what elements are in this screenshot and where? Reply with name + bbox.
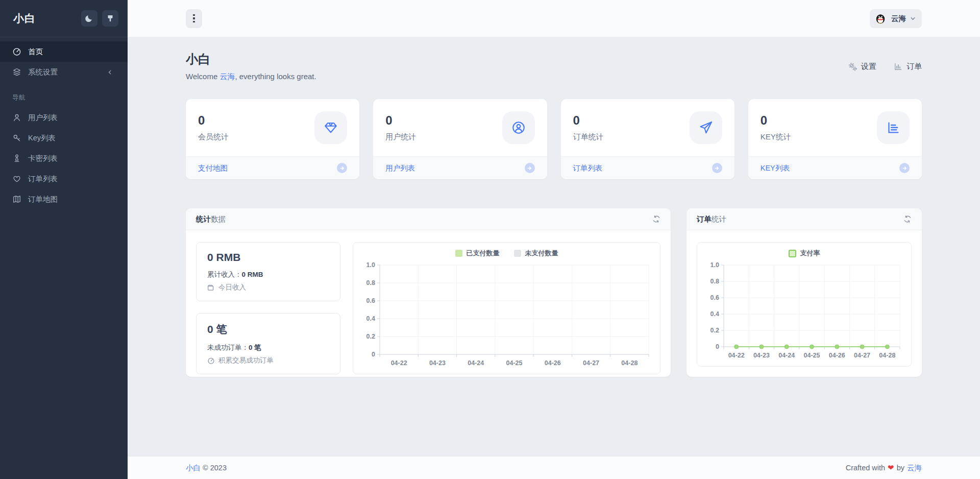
stat-card-footer: 用户列表 (373, 156, 547, 179)
sidebar: 小白 首页 系统设置 导航 用户列表 Key列表 (0, 0, 128, 479)
stat-card-footer: 支付地图 (186, 156, 359, 179)
sidebar-item-system-settings[interactable]: 系统设置 (0, 62, 128, 82)
stat-card-footer: 订单列表 (561, 156, 734, 179)
refresh-icon[interactable] (652, 215, 660, 223)
svg-text:0.2: 0.2 (366, 333, 375, 340)
svg-text:0.8: 0.8 (710, 278, 719, 285)
legend-label: 已支付数量 (467, 249, 500, 258)
settings-button[interactable]: 设置 (848, 62, 876, 71)
page-content: 小白 Welcome 云海, everything looks great. 设… (128, 37, 980, 456)
svg-text:04-22: 04-22 (728, 352, 745, 359)
legend-label: 支付率 (800, 249, 820, 258)
sidebar-item-label: 用户列表 (28, 113, 58, 123)
theme-brush-button[interactable] (102, 10, 118, 27)
user-menu-button[interactable]: 云海 (870, 9, 922, 28)
welcome-user-link[interactable]: 云海 (219, 72, 235, 81)
svg-text:04-27: 04-27 (854, 352, 870, 359)
orders-sub: 积累交易成功订单 (207, 356, 329, 365)
sidebar-item-user-list[interactable]: 用户列表 (0, 107, 128, 128)
chart-plot: 00.20.40.60.81.004-2204-2304-2404-2504-2… (710, 261, 900, 359)
hero-section: 小白 Welcome 云海, everything looks great. 设… (186, 51, 922, 82)
sidebar-item-label: 首页 (28, 47, 43, 57)
chart-plot: 00.20.40.60.81.004-2204-2304-2404-2504-2… (366, 261, 649, 367)
stat-icon-box (877, 111, 910, 144)
sidebar-header: 小白 (0, 0, 128, 37)
svg-text:0: 0 (716, 343, 719, 350)
orders-button[interactable]: 订单 (894, 62, 922, 71)
legend-item-pay-rate[interactable]: 支付率 (789, 249, 820, 258)
stat-card-link[interactable]: 用户列表 (385, 163, 415, 173)
gauge-small-icon (207, 357, 215, 365)
welcome-prefix: Welcome (186, 72, 219, 81)
footer-brand-link[interactable]: 小白 (186, 464, 201, 472)
sidebar-item-label: 订单地图 (28, 195, 58, 204)
stat-icon-box (502, 111, 535, 144)
legend-item-paid[interactable]: 已支付数量 (455, 249, 500, 258)
svg-text:0.8: 0.8 (366, 279, 375, 286)
sidebar-item-order-map[interactable]: 订单地图 (0, 189, 128, 209)
panel-title-rest: 统计 (712, 215, 726, 223)
send-icon (698, 120, 714, 135)
legend-item-unpaid[interactable]: 未支付数量 (514, 249, 558, 258)
moon-icon (85, 14, 93, 22)
svg-text:04-26: 04-26 (829, 352, 845, 359)
crafted-mid: by (897, 464, 904, 472)
chevron-left-icon (107, 69, 119, 75)
person-circle-icon (511, 120, 526, 135)
income-line-value: 0 RMB (242, 271, 263, 278)
svg-text:0.4: 0.4 (366, 315, 375, 322)
svg-text:04-24: 04-24 (778, 352, 795, 359)
arrow-right-circle-icon[interactable] (337, 163, 347, 173)
stat-value: 0 (198, 113, 229, 128)
panel-title: 统计数据 (196, 214, 226, 224)
chart-bars-icon (886, 120, 901, 135)
menu-kebab-button[interactable] (186, 9, 202, 28)
sidebar-nav: 首页 系统设置 导航 用户列表 Key列表 卡密列表 订单列表 订单地 (0, 37, 128, 209)
income-sub-label: 今日收入 (218, 283, 246, 292)
stat-label: 订单统计 (573, 132, 604, 142)
footer-copy-text: © 2023 (201, 464, 227, 472)
stat-value: 0 (761, 113, 791, 128)
chevron-down-icon (910, 16, 916, 21)
svg-text:04-23: 04-23 (753, 352, 770, 359)
sidebar-item-card-key-list[interactable]: 卡密列表 (0, 148, 128, 169)
orders-sub-label: 积累交易成功订单 (218, 356, 274, 365)
welcome-suffix: , everything looks great. (235, 72, 316, 81)
arrow-right-circle-icon[interactable] (899, 163, 910, 173)
sidebar-item-label: 订单列表 (28, 174, 58, 184)
sidebar-item-home[interactable]: 首页 (0, 41, 128, 62)
stat-card-footer: KEY列表 (748, 156, 922, 179)
svg-text:0.2: 0.2 (710, 327, 719, 334)
wallet-icon (207, 284, 215, 292)
arrow-right-circle-icon[interactable] (712, 163, 722, 173)
brush-icon (106, 14, 114, 22)
income-sub: 今日收入 (207, 283, 329, 292)
stat-label: 用户统计 (385, 132, 416, 142)
svg-text:04-25: 04-25 (506, 360, 523, 367)
svg-text:1.0: 1.0 (366, 261, 375, 269)
footer-author-link[interactable]: 云海 (907, 463, 922, 473)
kebab-dot (193, 17, 195, 19)
stat-value: 0 (385, 113, 416, 128)
sidebar-item-order-list[interactable]: 订单列表 (0, 169, 128, 189)
legend-swatch (789, 250, 796, 257)
stat-card-body: 0 KEY统计 (748, 99, 922, 156)
svg-text:04-27: 04-27 (583, 360, 599, 367)
stat-card-link[interactable]: 订单列表 (573, 163, 603, 173)
panel-header: 订单统计 (687, 208, 922, 230)
sidebar-item-key-list[interactable]: Key列表 (0, 128, 128, 148)
avatar-penguin-icon (874, 12, 887, 25)
svg-text:04-24: 04-24 (468, 360, 484, 367)
refresh-icon[interactable] (903, 215, 912, 223)
income-line-label: 累计收入： (207, 271, 242, 278)
stat-card-link[interactable]: 支付地图 (198, 163, 228, 173)
paid-unpaid-chart: 已支付数量 未支付数量 00.20.40.60.81.004-2204-2304… (353, 242, 660, 374)
panel-title-bold: 订单 (697, 215, 712, 223)
heart-icon (12, 174, 21, 183)
stat-card-link[interactable]: KEY列表 (761, 163, 790, 173)
dark-mode-button[interactable] (81, 10, 97, 27)
arrow-right-circle-icon[interactable] (525, 163, 535, 173)
sidebar-item-label: Key列表 (28, 133, 56, 143)
chart-canvas: 00.20.40.60.81.004-2204-2304-2404-2504-2… (701, 261, 907, 362)
chart-canvas: 00.20.40.60.81.004-2204-2304-2404-2504-2… (357, 261, 656, 370)
